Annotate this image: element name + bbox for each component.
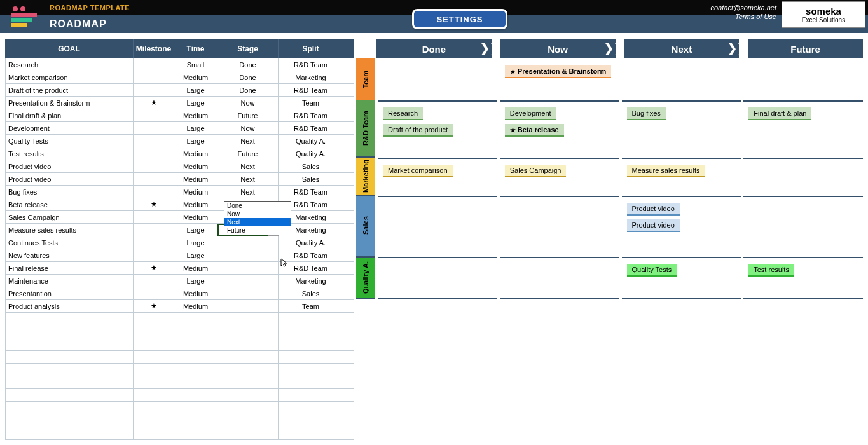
time-cell[interactable]: Medium [174, 287, 217, 299]
table-row[interactable] [5, 376, 354, 389]
time-cell[interactable]: Medium [174, 160, 217, 172]
split-cell[interactable]: Marketing [279, 71, 343, 83]
table-row[interactable] [5, 427, 354, 440]
split-cell[interactable]: Quality A. [279, 147, 343, 160]
time-cell[interactable]: Large [174, 97, 217, 109]
split-cell[interactable]: Sales [279, 287, 343, 299]
table-row[interactable]: Final draft & plan Medium Future R&D Tea… [5, 109, 354, 122]
milestone-cell[interactable] [134, 109, 174, 121]
split-cell[interactable]: Quality A. [279, 135, 343, 147]
milestone-cell[interactable] [134, 224, 174, 236]
split-cell[interactable]: Team [279, 300, 343, 312]
split-cell[interactable]: R&D Team [279, 262, 343, 274]
stage-cell[interactable] [217, 287, 279, 299]
stage-cell[interactable]: Next [217, 160, 279, 172]
table-row[interactable] [5, 364, 354, 376]
roadmap-card[interactable]: Sales Campaign [505, 165, 567, 177]
split-cell[interactable]: R&D Team [279, 186, 343, 198]
milestone-cell[interactable] [134, 135, 174, 147]
milestone-cell[interactable] [134, 287, 174, 299]
dropdown-option[interactable]: Future [224, 226, 291, 235]
stage-cell[interactable] [217, 236, 279, 249]
milestone-cell[interactable] [134, 71, 174, 83]
roadmap-card[interactable]: Quality Tests [627, 264, 677, 277]
time-cell[interactable]: Medium [174, 262, 217, 274]
table-row[interactable]: Market comparison Medium Done Marketing [5, 71, 354, 84]
roadmap-card[interactable]: ★ Presentation & Brainstorm [505, 65, 611, 78]
milestone-cell[interactable]: ★ [134, 262, 174, 274]
goal-cell[interactable]: Product video [5, 160, 134, 172]
split-cell[interactable]: R&D Team [279, 58, 343, 71]
table-row[interactable]: Research Small Done R&D Team [5, 58, 354, 71]
stage-cell[interactable]: Done [217, 84, 279, 96]
stage-cell[interactable] [217, 249, 279, 261]
table-row[interactable]: Development Large Now R&D Team [5, 122, 354, 135]
milestone-cell[interactable] [134, 249, 174, 261]
milestone-cell[interactable] [134, 160, 174, 172]
milestone-cell[interactable] [134, 275, 174, 287]
milestone-cell[interactable] [134, 147, 174, 160]
goal-cell[interactable]: New features [5, 249, 134, 261]
time-cell[interactable]: Medium [174, 300, 217, 312]
stage-cell[interactable]: Future [217, 109, 279, 121]
roadmap-card[interactable]: Final draft & plan [748, 107, 811, 120]
split-cell[interactable]: R&D Team [279, 122, 343, 134]
milestone-cell[interactable] [134, 186, 174, 198]
goal-cell[interactable]: Sales Campaign [5, 211, 134, 223]
time-cell[interactable]: Large [174, 122, 217, 134]
roadmap-card[interactable]: Draft of the product [383, 124, 453, 137]
stage-cell[interactable] [217, 262, 279, 274]
table-row[interactable] [5, 351, 354, 364]
table-row[interactable]: Final release ★ Medium R&D Team [5, 262, 354, 275]
roadmap-card[interactable]: Development [505, 107, 556, 120]
dropdown-option[interactable]: Now [224, 210, 291, 218]
table-row[interactable] [5, 325, 354, 338]
milestone-cell[interactable] [134, 122, 174, 134]
table-row[interactable]: Presentation & Brainstorm ★ Large Now Te… [5, 97, 354, 109]
settings-button[interactable]: SETTINGS [412, 9, 507, 29]
table-row[interactable]: Bug fixes Medium Next R&D Team [5, 186, 354, 198]
table-row[interactable] [5, 414, 354, 427]
table-row[interactable]: Maintenance Large Marketing [5, 275, 354, 287]
table-row[interactable]: Presentantion Medium Sales [5, 287, 354, 300]
time-cell[interactable]: Medium [174, 198, 217, 210]
table-row[interactable] [5, 313, 354, 325]
table-row[interactable]: Product analysis ★ Medium Team [5, 300, 354, 313]
roadmap-card[interactable]: ★ Beta release [505, 124, 564, 137]
split-cell[interactable]: Marketing [279, 275, 343, 287]
stage-cell[interactable]: Now [217, 122, 279, 134]
goal-cell[interactable]: Product analysis [5, 300, 134, 312]
goal-cell[interactable]: Test results [5, 147, 134, 160]
split-cell[interactable]: Quality A. [279, 236, 343, 249]
roadmap-card[interactable]: Product video [627, 203, 680, 216]
goal-cell[interactable]: Bug fixes [5, 186, 134, 198]
split-cell[interactable]: Sales [279, 173, 343, 185]
stage-cell[interactable]: Now [217, 97, 279, 109]
stage-cell[interactable] [217, 275, 279, 287]
time-cell[interactable]: Medium [174, 211, 217, 223]
table-row[interactable]: Product video Medium Next Sales [5, 160, 354, 173]
goal-cell[interactable]: Product video [5, 173, 134, 185]
roadmap-card[interactable]: Market comparison [383, 165, 453, 177]
stage-cell[interactable]: Next [217, 173, 279, 185]
goal-cell[interactable]: Presentation & Brainstorm [5, 97, 134, 109]
split-cell[interactable]: R&D Team [279, 109, 343, 121]
goal-cell[interactable]: Maintenance [5, 275, 134, 287]
time-cell[interactable]: Large [174, 135, 217, 147]
milestone-cell[interactable]: ★ [134, 300, 174, 312]
goal-cell[interactable]: Final draft & plan [5, 109, 134, 121]
goal-cell[interactable]: Quality Tests [5, 135, 134, 147]
table-row[interactable]: Measure sales results Large Next▼ Market… [5, 224, 354, 236]
time-cell[interactable]: Large [174, 236, 217, 249]
split-cell[interactable]: R&D Team [279, 249, 343, 261]
time-cell[interactable]: Medium [174, 147, 217, 160]
goal-cell[interactable]: Development [5, 122, 134, 134]
table-row[interactable]: Continues Tests Large Quality A. [5, 236, 354, 249]
stage-cell[interactable]: Done [217, 71, 279, 83]
table-row[interactable]: Sales Campaign Medium Now Marketing [5, 211, 354, 224]
time-cell[interactable]: Medium [174, 173, 217, 185]
time-cell[interactable]: Medium [174, 109, 217, 121]
roadmap-card[interactable]: Research [383, 107, 423, 120]
goal-cell[interactable]: Presentantion [5, 287, 134, 299]
table-row[interactable] [5, 402, 354, 414]
